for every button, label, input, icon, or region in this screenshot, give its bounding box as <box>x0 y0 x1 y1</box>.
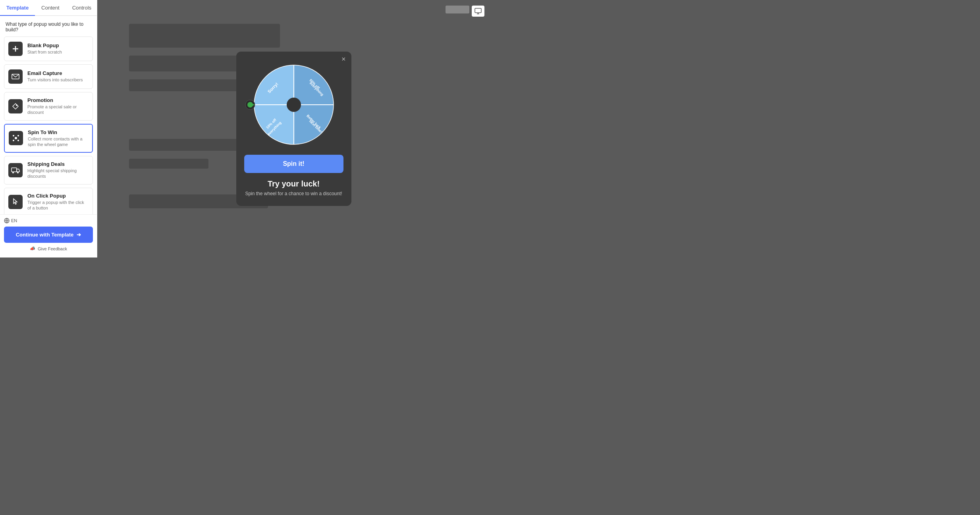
svg-point-21 <box>287 98 301 112</box>
bg-block-1 <box>129 24 280 48</box>
monitor-icon[interactable] <box>472 6 484 17</box>
globe-icon <box>4 218 10 223</box>
blank-popup-subtitle: Start from scratch <box>27 49 89 55</box>
blank-popup-title: Blank Popup <box>27 42 89 48</box>
megaphone-icon: 📣 <box>30 246 35 251</box>
template-item-promotion[interactable]: Promotion Promote a special sale or disc… <box>4 92 93 121</box>
shipping-icon <box>8 163 23 177</box>
template-item-spin-to-win[interactable]: Spin To Win Collect more contacts with a… <box>4 124 93 153</box>
panel-footer: EN Continue with Template ➔ 📣 Give Feedb… <box>0 214 97 258</box>
svg-point-10 <box>12 172 14 173</box>
svg-point-4 <box>15 137 17 139</box>
email-capture-subtitle: Turn visitors into subscribers <box>27 77 89 83</box>
continue-label: Continue with Template <box>16 232 74 238</box>
svg-rect-9 <box>12 168 17 172</box>
tab-controls[interactable]: Controls <box>66 0 98 15</box>
bg-block-3 <box>129 79 240 91</box>
svg-point-5 <box>13 135 14 136</box>
wheel-pointer <box>245 99 256 110</box>
on-click-subtitle: Trigger a popup with the click of a butt… <box>27 200 89 211</box>
close-button[interactable]: × <box>341 56 346 63</box>
template-item-shipping[interactable]: Shipping Deals Highlight special shippin… <box>4 156 93 184</box>
spin-button[interactable]: Spin it! <box>244 155 343 173</box>
spin-to-win-icon <box>9 131 23 145</box>
spin-wheel: Sorry! 50% off everything 10% off everyt… <box>250 61 338 148</box>
feedback-label: Give Feedback <box>38 246 67 251</box>
tab-template[interactable]: Template <box>0 0 35 15</box>
left-panel: Template Content Controls Design What ty… <box>0 0 97 258</box>
continue-button[interactable]: Continue with Template ➔ <box>4 227 93 243</box>
promotion-icon <box>8 99 23 113</box>
template-item-email-capture[interactable]: Email Capture Turn visitors into subscri… <box>4 64 93 89</box>
tab-content[interactable]: Content <box>35 0 66 15</box>
panel-title: What type of popup would you like to bui… <box>0 16 97 37</box>
svg-point-3 <box>16 104 17 106</box>
popup-modal: × Sorry! 50% off everyt <box>236 52 351 206</box>
on-click-icon <box>8 195 23 209</box>
language-selector[interactable]: EN <box>4 218 93 223</box>
language-label: EN <box>11 218 17 223</box>
right-area: × Sorry! 50% off everyt <box>97 0 490 258</box>
svg-point-7 <box>13 140 14 141</box>
template-item-blank[interactable]: Blank Popup Start from scratch <box>4 37 93 61</box>
email-capture-icon <box>8 69 23 84</box>
email-capture-title: Email Capture <box>27 70 89 76</box>
tab-bar: Template Content Controls Design <box>0 0 97 16</box>
template-item-on-click[interactable]: On Click Popup Trigger a popup with the … <box>4 188 93 214</box>
popup-heading: Try your luck! <box>268 179 320 188</box>
shipping-subtitle: Highlight special shipping discounts <box>27 168 89 179</box>
feedback-row[interactable]: 📣 Give Feedback <box>4 243 93 254</box>
shipping-title: Shipping Deals <box>27 161 89 167</box>
promotion-subtitle: Promote a special sale or discount <box>27 104 89 115</box>
spin-to-win-title: Spin To Win <box>28 129 88 135</box>
wheel-container: Sorry! 50% off everything 10% off everyt… <box>250 61 338 148</box>
svg-rect-16 <box>475 8 481 13</box>
svg-point-8 <box>17 140 19 141</box>
popup-subtext: Spin the wheel for a chance to win a dis… <box>245 191 342 196</box>
blank-popup-icon <box>8 42 23 56</box>
arrow-right-icon: ➔ <box>77 232 81 238</box>
spin-to-win-subtitle: Collect more contacts with a spin the wh… <box>28 136 88 148</box>
bg-block-4 <box>129 139 240 151</box>
promotion-title: Promotion <box>27 97 89 103</box>
bg-block-5 <box>129 159 208 169</box>
on-click-title: On Click Popup <box>27 193 89 199</box>
top-bar-strip <box>446 6 469 13</box>
svg-point-6 <box>17 135 19 136</box>
template-list: Blank Popup Start from scratch Email Cap… <box>0 37 97 214</box>
svg-point-11 <box>17 172 19 173</box>
